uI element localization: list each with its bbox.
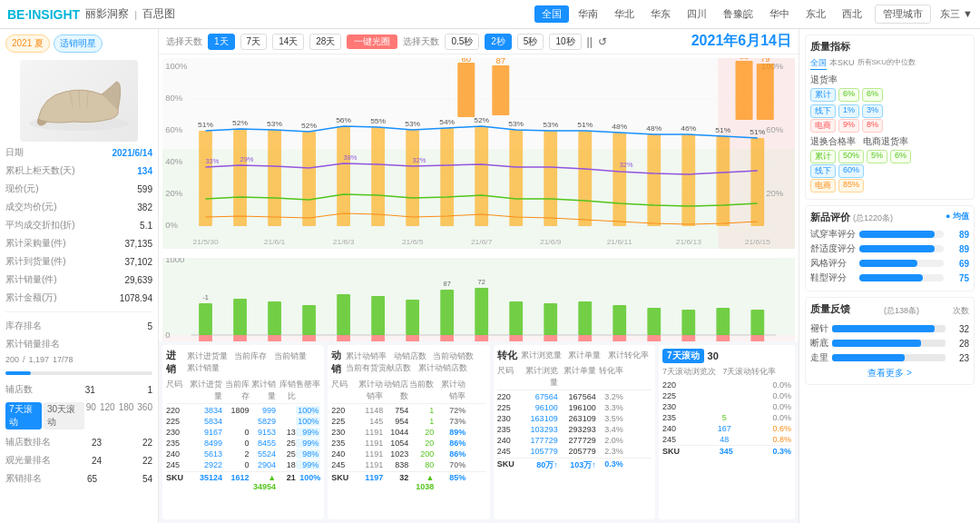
zhuan-row: 235 103293 293293 3.4%: [497, 424, 652, 435]
region-tab-north[interactable]: 华北: [607, 5, 642, 23]
rolling-30day[interactable]: 30天滚动: [44, 402, 84, 429]
see-more-btn[interactable]: 查看更多 >: [810, 367, 969, 380]
btn-2s[interactable]: 2秒: [485, 34, 512, 50]
svg-rect-120: [647, 335, 661, 341]
manage-city-btn[interactable]: 管理城市: [875, 5, 931, 24]
refresh-btn[interactable]: ↺: [598, 35, 607, 48]
btn-5s[interactable]: 5秒: [517, 34, 544, 50]
btn-1day[interactable]: 1天: [208, 34, 235, 50]
product-image: [20, 60, 138, 142]
dong-size: 235: [331, 439, 354, 448]
qm-tab-sku[interactable]: 本SKU: [829, 57, 855, 70]
rolling-tag[interactable]: 7天滚动: [662, 349, 704, 363]
date-title: 2021年6月14日: [691, 32, 791, 51]
region-tab-sichuan[interactable]: 四川: [680, 5, 714, 23]
region-tab-south[interactable]: 华南: [571, 5, 605, 23]
feedback-label-1: 断底: [810, 337, 828, 350]
region-tab-central[interactable]: 华中: [762, 5, 797, 23]
num-90[interactable]: 90: [86, 402, 96, 429]
svg-text:-1: -1: [202, 293, 209, 301]
svg-rect-44: [681, 134, 695, 226]
zhuan-row: 240 177729 277729 2.0%: [497, 435, 652, 446]
svg-rect-46: [750, 138, 764, 226]
svg-rect-108: [233, 335, 247, 341]
dong-rate: 86%: [434, 449, 466, 459]
stock-rank-label: 库存排名: [5, 320, 42, 332]
rolling-row-245: 245 48 0.8%: [662, 434, 791, 445]
view-v2: 22: [142, 456, 152, 466]
new-review-count: (总1220条): [853, 213, 893, 222]
dong-v1: 1148: [354, 406, 383, 415]
review-score-0: 89: [947, 230, 969, 240]
zhuan-v1: 67564: [520, 392, 558, 401]
svg-text:56%: 56%: [336, 116, 352, 124]
review-bar-0: [859, 231, 944, 238]
review-label-1: 舒适度评分: [810, 242, 856, 255]
header: BE·INSIGHT 丽影洞察 | 百思图 全国 华南 华北 华东 四川 鲁豫皖…: [0, 0, 980, 29]
comp-rank-row: 累销排名 65 54: [5, 471, 152, 486]
dong-sku-v2: 32: [383, 473, 408, 491]
svg-text:21/6/13: 21/6/13: [676, 238, 702, 246]
btn-14day[interactable]: 14天: [272, 34, 304, 50]
dong-row: 225 145 954 1 73%: [331, 416, 485, 427]
jin-row: 245 2922 0 2904 18 99%: [166, 459, 320, 470]
days-value: 134: [137, 166, 152, 176]
svg-text:51%: 51%: [715, 126, 731, 134]
user-menu[interactable]: 东三 ▼: [940, 7, 973, 21]
num-360[interactable]: 360: [137, 402, 152, 429]
rolling-rate-225: 0.0%: [772, 391, 791, 400]
rolling-7day[interactable]: 7天滚动: [5, 402, 42, 429]
support-val2: 1: [147, 385, 152, 395]
rolling-row-240: 240 167 0.6%: [662, 423, 791, 434]
zhuan-row: 220 67564 167564 3.2%: [497, 391, 652, 402]
select-time-label: 选择天数: [403, 35, 439, 48]
pause-btn[interactable]: ||: [587, 35, 593, 48]
btn-05s[interactable]: 0.5秒: [445, 34, 479, 50]
region-tab-northwest[interactable]: 西北: [835, 5, 869, 23]
quality-metrics-title: 质量指标: [810, 40, 969, 54]
rolling-val: 30: [708, 350, 719, 361]
svg-text:54%: 54%: [439, 118, 456, 126]
svg-rect-91: [233, 299, 247, 335]
qm-tab-median[interactable]: 所有SKU的中位数: [858, 57, 916, 70]
num-180[interactable]: 180: [119, 402, 134, 429]
num-120[interactable]: 120: [100, 402, 115, 429]
region-tab-all[interactable]: 全国: [534, 5, 569, 23]
dong-rows: 220 1148 754 1 72% 225 145 954 1 73% 230…: [331, 405, 485, 470]
top-chart: 100% 80% 60% 40% 20% 0% 100% 60% 20%: [159, 54, 799, 254]
addon-label: 辅店数排名: [5, 436, 51, 449]
comp-v1: 65: [87, 474, 97, 484]
svg-text:79: 79: [760, 58, 770, 64]
feedback-row-2: 走里 23: [810, 351, 969, 364]
region-tab-luyuwan[interactable]: 鲁豫皖: [716, 5, 760, 23]
svg-rect-24: [736, 61, 753, 120]
highlight-btn[interactable]: 一键光圈: [347, 35, 397, 49]
review-label-0: 试穿率评分: [810, 228, 856, 241]
btn-28day[interactable]: 28天: [309, 34, 341, 50]
jin-size: 240: [166, 449, 189, 459]
dong-row: 245 1191 838 80 70%: [331, 459, 485, 470]
jin-sku-v2: 1612: [222, 473, 250, 491]
svg-text:80%: 80%: [165, 94, 182, 103]
purchase-row: 累计采购量(件) 37,135: [5, 236, 152, 251]
btn-10s[interactable]: 10秒: [549, 34, 581, 50]
dong-size: 245: [331, 460, 354, 469]
qm-tab-all[interactable]: 全国: [810, 57, 827, 70]
region-tab-northeast[interactable]: 东北: [799, 5, 833, 23]
chip-val2: 6%: [862, 88, 883, 102]
rolling-size-230: 230: [662, 402, 676, 411]
review-row-0: 试穿率评分 89: [810, 228, 969, 241]
dong-v1: 1191: [354, 449, 383, 459]
svg-rect-45: [716, 136, 730, 226]
svg-text:1000: 1000: [165, 258, 184, 264]
rolling-row-220: 220 0.0%: [662, 380, 791, 390]
zhuan-rate: 2.3%: [596, 447, 623, 456]
chip-offline: 线下: [810, 104, 836, 118]
svg-rect-25: [757, 64, 774, 120]
svg-text:21/5/30: 21/5/30: [192, 238, 219, 246]
region-tab-east[interactable]: 华东: [643, 5, 678, 23]
dong-sku-row: SKU 1197 32 ▲ 1038 85%: [331, 471, 485, 491]
feedback-row-0: 褪针 32: [810, 322, 969, 335]
btn-7day[interactable]: 7天: [240, 34, 268, 50]
chip-ecom: 电商: [810, 119, 836, 133]
